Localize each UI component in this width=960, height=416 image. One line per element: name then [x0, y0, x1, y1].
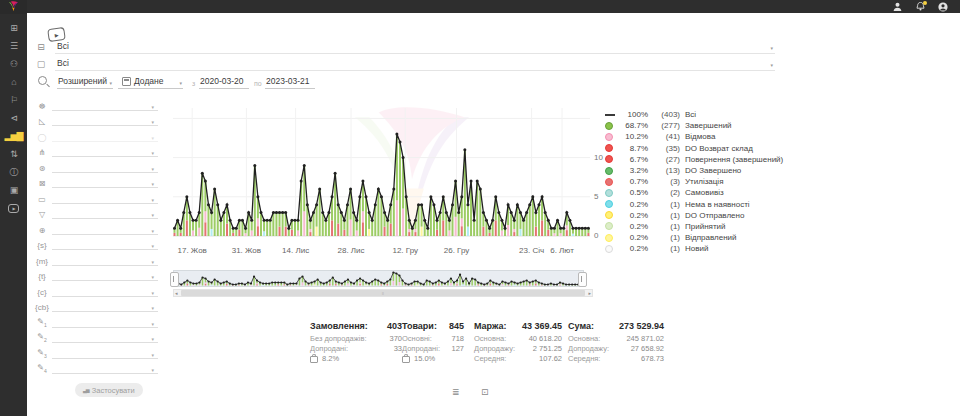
to-label: по	[254, 80, 262, 87]
sidebar-item-tutorials[interactable]: ▶	[0, 199, 27, 217]
stat-title: Маржа:	[474, 321, 506, 331]
search-icon	[38, 76, 47, 85]
dropdown-underline[interactable]	[52, 342, 158, 343]
dropdown-underline[interactable]	[52, 280, 158, 281]
orders-chart[interactable]	[173, 100, 590, 240]
sidebar-item-marketing[interactable]: ⊲	[0, 109, 27, 127]
sidebar-item-promotions[interactable]: ⚐	[0, 91, 27, 109]
app-logo[interactable]	[0, 0, 27, 14]
list-view-icon[interactable]: ≣	[452, 387, 460, 397]
horizontal-scrollbar[interactable]: ◂ ≡ ▸	[173, 289, 593, 297]
search-mode-dropdown[interactable]: Розширений ▾	[57, 75, 113, 89]
stat-title: Сума:	[568, 321, 594, 331]
legend-row[interactable]: 68.7%(277)Завершений	[605, 120, 783, 131]
pencil-4-icon: ✎4	[34, 363, 50, 374]
account-icon[interactable]	[938, 2, 948, 12]
dropdown-underline[interactable]	[52, 296, 158, 297]
dropdown-underline[interactable]	[52, 141, 158, 142]
legend-count: (1)	[652, 200, 680, 209]
sidebar-item-products[interactable]: ▣	[0, 181, 27, 199]
filter-row-utm-t[interactable]: {t}▾	[27, 268, 161, 284]
dropdown-underline[interactable]	[52, 125, 158, 126]
legend-label: Новий	[685, 244, 708, 253]
legend-row[interactable]: 0.2%(1)Новий	[605, 243, 783, 254]
filter-row-area-chart[interactable]: ◺▾	[27, 113, 161, 129]
date-from-input[interactable]: 2020-03-20	[199, 75, 249, 89]
dashboard-icon: ⊞	[10, 23, 17, 33]
legend-row[interactable]: 10.2%(41)Відмова	[605, 131, 783, 142]
dropdown-underline[interactable]	[52, 187, 158, 188]
dropdown-underline[interactable]	[52, 249, 158, 250]
sidebar-item-customers[interactable]: ⚇	[0, 55, 27, 73]
chevron-down-icon: ▾	[151, 197, 154, 203]
status-filter-field[interactable]: Всі ▾	[55, 39, 775, 54]
dropdown-underline[interactable]	[52, 110, 158, 111]
dropdown-underline[interactable]	[52, 218, 158, 219]
brush-handle-left[interactable]	[170, 272, 179, 287]
legend-swatch	[605, 211, 613, 219]
dropdown-underline[interactable]	[52, 327, 158, 328]
sidebar-item-dashboard[interactable]: ⊞	[0, 19, 27, 37]
filter-row-banknote[interactable]: ▭▾	[27, 190, 161, 206]
dropdown-underline[interactable]	[52, 265, 158, 266]
legend-label: DO Завершено	[685, 166, 741, 175]
dropdown-underline[interactable]	[52, 203, 158, 204]
chevron-down-icon: ▾	[151, 243, 154, 249]
filter-row-utm-cb[interactable]: {cb}▾	[27, 299, 161, 315]
sidebar-item-orders[interactable]: ☰	[0, 37, 27, 55]
filter-row-disabled-circle[interactable]: ◯▾	[27, 128, 161, 144]
dropdown-underline[interactable]	[52, 373, 158, 374]
legend-row[interactable]: 0.2%(1)Нема в наявності	[605, 199, 783, 210]
stat-sub-label: Допродані:	[402, 344, 440, 353]
legend-row[interactable]: 6.7%(27)Повернення (завершений)	[605, 154, 783, 165]
legend-count: (1)	[652, 222, 680, 231]
chart-brush[interactable]	[173, 270, 584, 287]
sidebar-item-shop[interactable]: ⌂	[0, 73, 27, 91]
filter-row-funnel[interactable]: ▽▾	[27, 206, 161, 222]
filter-row-utm-s[interactable]: {s}▾	[27, 237, 161, 253]
sidebar-item-analytics[interactable]: ▂▅▇	[0, 127, 27, 145]
legend-row[interactable]: 3.2%(13)DO Завершено	[605, 165, 783, 176]
legend-swatch	[605, 114, 615, 116]
legend-row[interactable]: 0.2%(1)Прийнятий	[605, 221, 783, 232]
scrollbar-thumb[interactable]: ≡	[181, 290, 585, 296]
stat-value: 403	[387, 321, 402, 331]
legend-row[interactable]: 0.2%(1)Відправлений	[605, 232, 783, 243]
apply-button[interactable]: ▃▅ Застосувати	[75, 383, 143, 397]
notifications-icon[interactable]	[915, 2, 925, 12]
scroll-right-icon[interactable]: ▸	[588, 289, 591, 297]
sidebar-item-info[interactable]: ⓘ	[0, 163, 27, 181]
filter-row-cube[interactable]: ⊠▾	[27, 175, 161, 191]
date-field-dropdown[interactable]: Додане ▾	[118, 75, 183, 89]
filter-row-globe[interactable]: ⊕▾	[27, 221, 161, 237]
sidebar-item-integrations[interactable]: ⇅	[0, 145, 27, 163]
dropdown-underline[interactable]	[52, 234, 158, 235]
filter-row-pencil-3[interactable]: ✎3▾	[27, 345, 161, 361]
chevron-down-icon: ▾	[151, 119, 154, 125]
filter-row-hierarchy[interactable]: ⋔▾	[27, 144, 161, 160]
filter-row-fingerprint[interactable]: ⊛▾	[27, 159, 161, 175]
filter-row-pencil-4[interactable]: ✎4▾	[27, 361, 161, 377]
dropdown-underline[interactable]	[52, 358, 158, 359]
brush-handle-right[interactable]	[578, 272, 587, 287]
product-filter-field[interactable]: Всі ▾	[55, 56, 775, 71]
legend-row[interactable]: 8.7%(35)DO Возврат склад	[605, 143, 783, 154]
filter-row-utm-c[interactable]: {c}▾	[27, 283, 161, 299]
filter-row-utm-m[interactable]: {m}▾	[27, 252, 161, 268]
dropdown-underline[interactable]	[52, 172, 158, 173]
dropdown-underline[interactable]	[52, 156, 158, 157]
x-tick-label: 31. Жов	[232, 246, 261, 255]
dropdown-underline[interactable]	[52, 311, 158, 312]
scroll-left-icon[interactable]: ◂	[175, 289, 178, 297]
legend-row[interactable]: 0.2%(1)DO Отправлено	[605, 210, 783, 221]
legend-row[interactable]: 0.5%(2)Самовивіз	[605, 187, 783, 198]
package-view-icon[interactable]: ⊡	[481, 387, 489, 397]
date-to-input[interactable]: 2023-03-21	[265, 75, 315, 89]
filter-row-pencil-2[interactable]: ✎2▾	[27, 330, 161, 346]
legend-row[interactable]: 100%(403)Всі	[605, 109, 783, 120]
filter-row-wheel[interactable]: ☸▾	[27, 97, 161, 113]
stat-sub-label: Основні:	[402, 334, 432, 343]
filter-row-pencil-1[interactable]: ✎1▾	[27, 314, 161, 330]
legend-row[interactable]: 0.7%(3)Утилізація	[605, 176, 783, 187]
assistant-icon[interactable]	[892, 2, 902, 12]
